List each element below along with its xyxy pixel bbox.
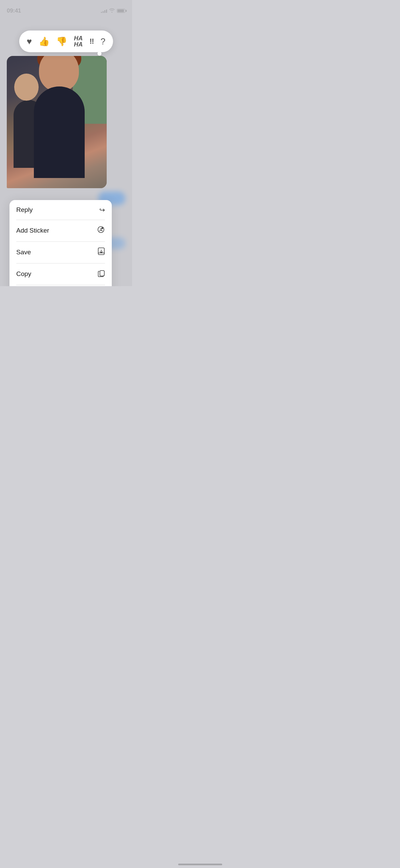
reaction-thumbs-up[interactable]: 👍 — [39, 36, 49, 47]
message-image-container — [7, 56, 107, 188]
menu-item-save[interactable]: Save — [9, 241, 112, 263]
menu-item-reply[interactable]: Reply ↩ — [9, 200, 112, 220]
reaction-haha[interactable]: HAHA — [74, 35, 83, 47]
save-icon — [98, 247, 105, 257]
svg-rect-3 — [100, 271, 104, 276]
menu-item-copy-label: Copy — [16, 270, 31, 278]
menu-item-add-sticker[interactable]: Add Sticker — [9, 220, 112, 241]
reaction-heart[interactable]: ♥ — [27, 36, 32, 47]
message-image — [7, 56, 107, 188]
figure-front-body — [34, 86, 85, 178]
reaction-question[interactable]: ? — [101, 36, 105, 47]
menu-item-sticker-label: Add Sticker — [16, 227, 49, 234]
menu-item-copy[interactable]: Copy — [9, 263, 112, 285]
reaction-exclaim[interactable]: !! — [89, 37, 94, 46]
menu-item-reply-label: Reply — [16, 206, 33, 214]
svg-point-1 — [102, 228, 103, 229]
sticker-icon — [97, 225, 105, 236]
reaction-thumbs-down[interactable]: 👎 — [56, 36, 67, 47]
reaction-picker: ♥ 👍 👎 HAHA !! ? — [19, 31, 113, 52]
reply-icon: ↩ — [99, 206, 105, 214]
menu-item-from-giphy[interactable]: From GIPHY A — [9, 285, 112, 286]
gif-content — [7, 56, 107, 188]
figure-back-head — [14, 74, 39, 101]
context-menu: Reply ↩ Add Sticker Save Copy — [9, 200, 112, 286]
copy-icon — [98, 269, 105, 279]
menu-item-save-label: Save — [16, 249, 31, 256]
